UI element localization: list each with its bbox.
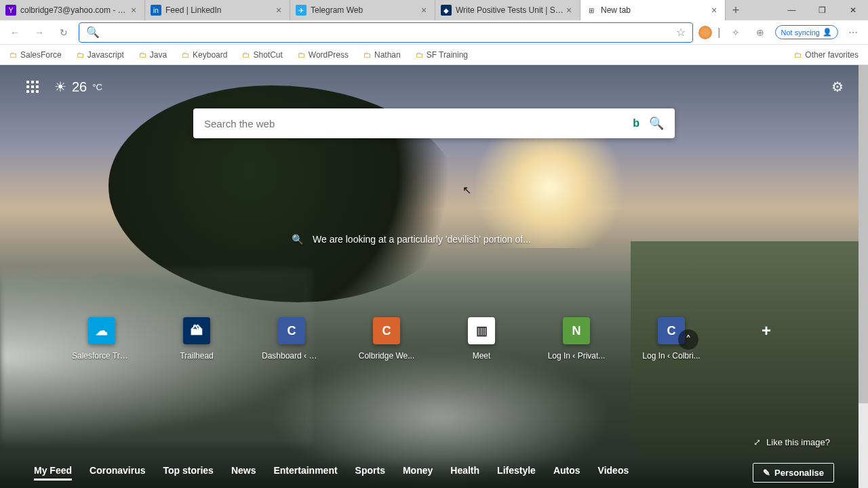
tab-2[interactable]: ✈Telegram Web× (290, 0, 435, 20)
tile-label: Log In ‹ Privat... (547, 351, 606, 361)
weather-widget[interactable]: ☀ 26°C (54, 79, 102, 95)
bookmark-folder[interactable]: 🗀SalesForce (7, 49, 64, 61)
extension-icon[interactable] (698, 26, 712, 39)
tab-favicon-icon: ✈ (296, 5, 307, 16)
window-controls: — ❐ ✕ (776, 0, 868, 20)
folder-icon: 🗀 (416, 50, 424, 60)
close-icon[interactable]: × (128, 5, 139, 16)
tab-3[interactable]: ◆Write Positive Tests Unit | Sales× (435, 0, 580, 20)
menu-button[interactable]: ⋯ (844, 23, 863, 42)
bookmark-folder[interactable]: 🗀SF Training (413, 49, 471, 61)
scroll-up-button[interactable]: ˄ (678, 329, 698, 350)
tile-icon: ▥ (468, 317, 495, 344)
tab-4[interactable]: ⊞New tab× (580, 0, 726, 20)
tab-favicon-icon: ◆ (441, 5, 452, 16)
tab-0[interactable]: Ycolbridge73@yahoo.com - Yah× (0, 0, 145, 20)
forward-button[interactable]: → (30, 23, 49, 42)
profile-sync-button[interactable]: Not syncing 👤 (775, 25, 838, 39)
quick-link-tile[interactable]: ▥Meet (456, 317, 507, 361)
scrollbar[interactable] (859, 65, 868, 488)
favorites-button[interactable]: ✧ (726, 23, 745, 42)
address-input[interactable] (104, 27, 676, 37)
favorite-star-icon[interactable]: ☆ (676, 26, 686, 39)
back-button[interactable]: ← (5, 23, 24, 42)
expand-icon: ⤢ (753, 437, 761, 447)
search-submit-icon[interactable]: 🔍 (649, 116, 664, 131)
search-box[interactable]: b 🔍 (193, 108, 675, 138)
bookmark-folder[interactable]: 🗀WordPress (295, 49, 351, 61)
tile-label: Colbridge We... (357, 351, 416, 361)
like-image-link[interactable]: ⤢ Like this image? (753, 437, 830, 447)
feed-tab[interactable]: Money (403, 465, 433, 481)
feed-tab[interactable]: Lifestyle (497, 465, 536, 481)
bookmark-folder[interactable]: 🗀Nathan (361, 49, 403, 61)
folder-icon: 🗀 (363, 50, 372, 60)
other-favorites-button[interactable]: 🗀 Other favorites (791, 49, 861, 61)
tile-icon: 🏔 (183, 317, 210, 344)
quick-link-tile[interactable]: ☁Salesforce Trai... (77, 317, 127, 361)
collections-button[interactable]: ⊕ (751, 23, 770, 42)
bookmarks-bar: 🗀SalesForce🗀Javascript🗀Java🗀Keyboard🗀Sho… (0, 45, 868, 65)
feed-tab[interactable]: Autos (553, 465, 580, 481)
bookmark-folder[interactable]: 🗀ShotCut (239, 49, 285, 61)
bookmark-folder[interactable]: 🗀Javascript (74, 49, 127, 61)
plus-icon: + (753, 317, 780, 344)
image-hint[interactable]: 🔍 We are looking at a particularly 'devi… (292, 233, 576, 245)
feed-tab[interactable]: News (231, 465, 256, 481)
feed-tab[interactable]: Videos (598, 465, 629, 481)
maximize-button[interactable]: ❐ (807, 0, 837, 20)
tab-title: New tab (601, 5, 709, 15)
sync-label: Not syncing (781, 28, 820, 37)
minimize-button[interactable]: — (776, 0, 807, 20)
bookmark-folder[interactable]: 🗀Java (136, 49, 170, 61)
folder-icon: 🗀 (9, 50, 18, 60)
feed-tab[interactable]: Top stories (163, 465, 213, 481)
pencil-icon: ✎ (763, 468, 770, 478)
tile-icon: C (373, 317, 400, 344)
quick-link-tile[interactable]: CDashboard ‹ C... (267, 317, 317, 361)
folder-icon: 🗀 (242, 50, 250, 60)
address-bar[interactable]: 🔍 ☆ (79, 22, 693, 43)
tab-strip: Ycolbridge73@yahoo.com - Yah×inFeed | Li… (0, 0, 868, 20)
bookmark-folder[interactable]: 🗀Keyboard (179, 49, 230, 61)
apps-grid-icon[interactable] (24, 79, 41, 95)
search-input[interactable] (204, 118, 633, 129)
tile-label: Meet (452, 351, 511, 361)
feed-tab[interactable]: Sports (355, 465, 385, 481)
add-tile-button[interactable]: + (741, 317, 791, 361)
feed-nav: My FeedCoronavirusTop storiesNewsEnterta… (0, 457, 868, 488)
tile-icon: N (563, 317, 590, 344)
new-tab-page: ☀ 26°C ⚙ b 🔍 🔍 We are looking at a parti… (0, 65, 868, 488)
feed-tab[interactable]: Coronavirus (90, 465, 145, 481)
tile-icon: C (278, 317, 305, 344)
quick-link-tile[interactable]: CColbridge We... (361, 317, 412, 361)
close-icon[interactable]: × (418, 5, 429, 16)
refresh-button[interactable]: ↻ (54, 23, 73, 42)
tab-1[interactable]: inFeed | LinkedIn× (145, 0, 290, 20)
tab-title: Feed | LinkedIn (165, 5, 273, 15)
tab-favicon-icon: in (151, 5, 161, 16)
feed-tab[interactable]: Entertainment (273, 465, 337, 481)
sun-icon: ☀ (54, 79, 66, 95)
close-icon[interactable]: × (564, 5, 574, 16)
folder-icon: 🗀 (794, 50, 802, 60)
profile-avatar-icon: 👤 (823, 28, 832, 37)
tile-icon: ☁ (88, 317, 115, 344)
page-settings-icon[interactable]: ⚙ (831, 79, 844, 95)
feed-tab[interactable]: My Feed (34, 465, 72, 481)
tile-label: Trailhead (167, 351, 226, 361)
tab-title: Telegram Web (311, 5, 418, 15)
folder-icon: 🗀 (77, 50, 85, 60)
toolbar: ← → ↻ 🔍 ☆ | ✧ ⊕ Not syncing 👤 ⋯ (0, 20, 868, 45)
close-icon[interactable]: × (709, 5, 719, 16)
close-icon[interactable]: × (273, 5, 284, 16)
magnify-icon: 🔍 (292, 233, 303, 245)
personalise-button[interactable]: ✎ Personalise (753, 463, 834, 483)
quick-link-tile[interactable]: NLog In ‹ Privat... (551, 317, 601, 361)
quick-link-tile[interactable]: 🏔Trailhead (172, 317, 222, 361)
close-window-button[interactable]: ✕ (837, 0, 868, 20)
feed-tab[interactable]: Health (450, 465, 479, 481)
new-tab-button[interactable]: + (726, 0, 746, 20)
search-icon: 🔍 (86, 26, 100, 39)
tile-label: Dashboard ‹ C... (262, 351, 321, 361)
